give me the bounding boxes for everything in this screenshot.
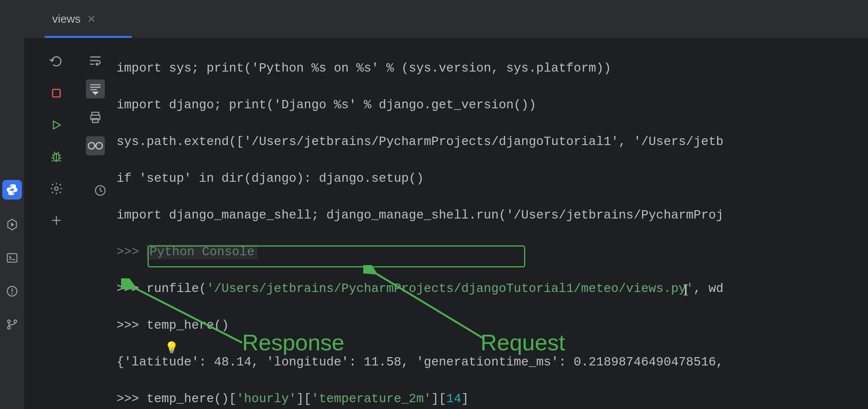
run-button[interactable] [48,117,65,133]
play-icon [50,119,62,131]
console-line: sys.path.extend(['/Users/jetbrains/Pycha… [117,133,868,151]
console-label: Python Console [146,245,257,259]
play-hexagon-icon [6,218,19,231]
console-line: import django_manage_shell; django_manag… [117,206,868,225]
svg-point-10 [55,187,58,190]
console-output-line: {'latitude': 48.14, 'longitude': 11.58, … [117,353,868,372]
services-tab-icon[interactable] [4,216,20,233]
console-line: if 'setup' in dir(django): django.setup(… [117,170,868,188]
svg-point-14 [88,142,95,149]
plus-icon [50,214,62,226]
soft-wrap-button[interactable] [86,51,105,70]
stop-icon [51,87,62,99]
history-icon[interactable] [94,184,107,199]
soft-wrap-icon [88,53,103,68]
problems-icon [6,285,19,298]
console-input-line: >>> temp_here()['hourly']['temperature_2… [117,390,868,409]
view-variables-button[interactable] [86,136,105,155]
svg-point-15 [96,142,102,149]
svg-point-4 [8,320,10,323]
python-console-output[interactable]: import sys; print('Python %s on %s' % (s… [117,41,868,409]
terminal-tab-icon[interactable] [4,250,20,266]
svg-point-5 [8,326,10,329]
console-view-toolbar [77,38,113,409]
print-button[interactable] [86,108,105,127]
console-run-toolbar [39,38,73,409]
problems-tab-icon[interactable] [4,283,20,300]
console-input-line: >>> runfile('/Users/jetbrains/PycharmPro… [117,280,868,298]
intention-bulb-icon[interactable]: 💡 [165,341,179,355]
left-tool-window-bar [0,0,24,409]
console-line: import sys; print('Python %s on %s' % (s… [117,59,868,78]
glasses-icon [87,140,104,151]
git-branch-icon [6,318,19,331]
tab-views[interactable]: views ✕ [45,0,103,38]
python-console-tab-icon[interactable] [2,180,22,200]
tab-label: views [52,12,81,25]
debug-button[interactable] [48,148,65,165]
git-tab-icon[interactable] [4,316,20,333]
print-icon [89,111,102,124]
editor-tab-bar: views ✕ [24,0,868,38]
svg-rect-13 [92,119,98,123]
svg-point-6 [14,320,17,323]
gear-icon [50,182,63,195]
add-button[interactable] [48,212,65,229]
console-input-line: >>> temp_here() [117,317,868,335]
bug-icon [50,150,63,164]
rerun-button[interactable] [48,53,65,70]
console-line: import django; print('Django %s' % djang… [117,96,868,115]
rerun-icon [50,55,63,68]
close-icon[interactable]: ✕ [87,14,96,23]
svg-rect-0 [7,254,17,262]
mouse-ibeam-cursor: I [683,280,689,300]
stop-button[interactable] [48,85,65,101]
python-icon [6,183,19,196]
scroll-end-icon [88,82,103,96]
settings-button[interactable] [48,180,65,197]
terminal-icon [6,251,19,264]
svg-point-3 [11,293,12,294]
console-label-line: >>> Python Console [117,243,868,262]
svg-rect-7 [53,89,60,97]
scroll-to-end-button[interactable] [86,80,105,98]
